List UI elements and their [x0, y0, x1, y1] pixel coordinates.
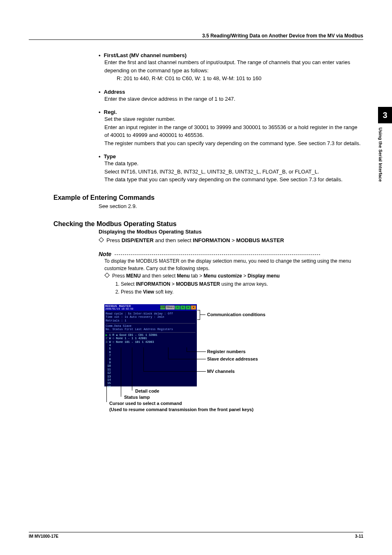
page: 3 Using the Serial Interface 3.5 Reading… [0, 0, 392, 555]
subheading-displaying: Displaying the Modbus Operating Status [99, 229, 363, 235]
chapter-number-tab: 3 [378, 107, 392, 123]
note-heading: Note [99, 251, 111, 257]
callout-detail-code: Detail code [135, 388, 159, 393]
text: soft key. [154, 289, 173, 295]
mail-icon: ✉ [186, 305, 191, 310]
bracket-icon [197, 310, 200, 320]
heading-example-commands: Example of Entering Commands [53, 194, 363, 201]
main-content: •First/Last (MV channel numbers) Enter t… [99, 52, 363, 184]
text-bold: DISP/ENTER [122, 237, 154, 243]
text: and then select [154, 237, 193, 243]
term-line: Read cycle : 5s Inter-block delay : Off [106, 312, 196, 315]
note-menu-line: Press MENU and then select Menu tab > Me… [104, 272, 363, 280]
term-header: Comm.Data Slave [106, 324, 196, 328]
text: > [242, 273, 248, 279]
callout-line [132, 347, 132, 391]
text-bold: Display menu [248, 273, 280, 279]
text: To display the MODBUS MASTER on the disp… [104, 257, 363, 272]
terminal-icons: DISP 59min ◎ ⇅ ✉ ● [160, 305, 196, 310]
text-bold: MODBUS MASTER [236, 237, 284, 243]
term-line: Retrials : 1 [106, 319, 196, 322]
text: Enter the first and last channel numbers… [104, 59, 350, 74]
callout-line [200, 314, 205, 315]
text: Enter an input register in the range of … [104, 123, 363, 139]
text: Set the slave register number. [104, 115, 363, 123]
diamond-bullet-icon [99, 237, 104, 243]
text-bold: INFORMATION [193, 237, 230, 243]
callout-comm-conditions: Communication conditions [207, 312, 265, 317]
text: The register numbers that you can specif… [104, 139, 363, 148]
callout-mv-channels: MV channels [207, 369, 235, 374]
text: The data type. [104, 160, 363, 168]
text: Press the [121, 289, 143, 295]
text: See section 2.9. [99, 202, 363, 210]
text-bold: MODBUS MASTER [176, 281, 220, 287]
note-step-1: Select INFORMATION > MODBUS MASTER using… [121, 280, 363, 288]
note-step-2: Press the View soft key. [121, 288, 363, 296]
callout-status-lamp: Status lamp [124, 395, 150, 400]
section-header: 3.5 Reading/Writing Data on Another Devi… [29, 33, 363, 39]
bullet-body: Set the slave register number. Enter an … [104, 115, 363, 147]
note-steps: Select INFORMATION > MODBUS MASTER using… [121, 280, 363, 296]
status-icon: ◎ [175, 305, 180, 310]
time-badge: 59min [166, 305, 175, 310]
diamond-bullet-icon [104, 273, 110, 278]
note-dash-line [115, 254, 320, 255]
text: Select INT16, UINT16, INT32_B, INT32_L, … [104, 168, 363, 176]
text: R: 201 to 440, R-M: C01 to C60, W: 1 to … [117, 74, 363, 83]
callout-cursor: Cursor used to select a command [109, 401, 182, 406]
bullet-type: •Type The data type. Select INT16, UINT1… [99, 153, 363, 184]
bullet-body: Enter the first and last channel numbers… [104, 58, 363, 83]
status-icon: ⇅ [180, 305, 185, 310]
bullet-body: Enter the slave device address in the ra… [104, 95, 363, 103]
text: > [170, 281, 176, 287]
header-rule [29, 39, 363, 40]
note-block: Note To display the MODBUS MASTER on the… [99, 245, 363, 296]
callout-line [143, 347, 206, 372]
bullet-title: Type [104, 153, 116, 160]
text-bold: MENU [126, 273, 141, 279]
bullet-title: Address [104, 89, 125, 95]
text: and then select [141, 273, 177, 279]
status-section: Displaying the Modbus Operating Status P… [99, 229, 363, 419]
text-bold: View [143, 289, 154, 295]
term-line: Time out : 1s Auto recovery : 2min [106, 315, 196, 319]
bullet-body: The data type. Select INT16, UINT16, INT… [104, 160, 363, 184]
terminal-screenshot: MODBUS MASTER 2008/01/23 18:02:53 DISP 5… [104, 304, 197, 386]
chapter-title-vertical: Using the Serial Interface [378, 123, 386, 182]
bullet-first-last: •First/Last (MV channel numbers) Enter t… [99, 52, 363, 83]
figure-modbus-screen: MODBUS MASTER 2008/01/23 18:02:53 DISP 5… [104, 304, 363, 419]
page-footer: IM MV1000-17E 3-11 [29, 532, 363, 539]
footer-doc-id: IM MV1000-17E [29, 534, 58, 539]
heading-checking-status: Checking the Modbus Operating Status [53, 220, 363, 228]
callout-line [106, 337, 107, 402]
callout-register-numbers: Register numbers [207, 349, 246, 354]
callout-line [121, 347, 121, 397]
bullet-title: Regi. [104, 109, 117, 115]
text: Press [112, 273, 126, 279]
text: using the arrow keys. [220, 281, 268, 287]
text: Select [121, 281, 136, 287]
terminal-titlebar: MODBUS MASTER 2008/01/23 18:02:53 DISP 5… [104, 304, 197, 311]
text-bold: Menu customize [203, 273, 242, 279]
term-row: 1 R ● Good C01 - C01 1 32001 [107, 333, 157, 337]
instruction-press-disp: Press DISP/ENTER and then select INFORMA… [99, 236, 363, 245]
text: The data type that you can specify vary … [104, 176, 363, 184]
term-header: No. Status First Last Address Registers [106, 328, 196, 331]
text: > [230, 237, 236, 243]
term-row: 3 W ○ None 101 - 101 1 42003 [106, 340, 196, 344]
term-row: 2 W ○ None 1 - 1 1 42001 [106, 337, 196, 340]
text-bold: INFORMATION [136, 281, 171, 287]
alert-icon: ● [191, 305, 196, 310]
callout-slave-addresses: Slave device addresses [207, 356, 258, 361]
callout-cursor-sub: (Used to resume command transmission fro… [109, 407, 254, 412]
disp-badge: DISP [160, 305, 165, 310]
bullet-title: First/Last (MV channel numbers) [104, 52, 187, 58]
text-bold: Menu [177, 273, 189, 279]
footer-page-number: 3-11 [355, 534, 363, 539]
text: Press [106, 237, 122, 243]
side-tab: 3 Using the Serial Interface [378, 107, 392, 206]
note-body: To display the MODBUS MASTER on the disp… [104, 257, 363, 296]
text: tab > [190, 273, 204, 279]
bullet-regi: •Regi. Set the slave register number. En… [99, 109, 363, 147]
